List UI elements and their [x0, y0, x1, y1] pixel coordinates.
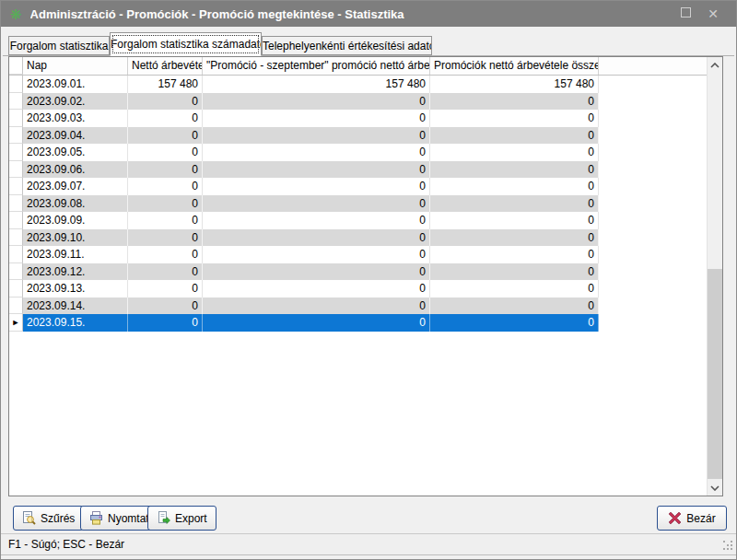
cell-netto-arbevetel: 0: [128, 195, 203, 213]
cell-date: 2023.09.04.: [23, 127, 128, 145]
row-gutter: [9, 229, 23, 247]
cell-netto-arbevetel: 0: [128, 246, 203, 263]
cell-promocio-netto-arbevetel: 0: [203, 93, 430, 111]
row-gutter: [9, 161, 23, 179]
cell-netto-arbevetel: 0: [128, 212, 203, 229]
cell-netto-arbevetel: 0: [128, 178, 203, 195]
statistics-grid: Nap Nettó árbevétel "Promóció - szeptemb…: [8, 56, 723, 496]
table-row[interactable]: 2023.09.12.000: [9, 263, 722, 281]
column-header-promociok-osszesen[interactable]: Promóciók nettó árbevétele összesen: [430, 57, 599, 75]
cell-promocio-netto-arbevetel: 0: [203, 314, 430, 332]
cell-date: 2023.09.06.: [23, 161, 128, 179]
cell-promocio-netto-arbevetel: 0: [203, 178, 430, 195]
cell-netto-arbevetel: 0: [128, 280, 203, 298]
cell-date: 2023.09.14.: [23, 298, 128, 315]
vertical-scrollbar[interactable]: [707, 57, 722, 496]
table-row[interactable]: 2023.09.04.000: [9, 127, 722, 145]
close-dialog-button[interactable]: Bezár: [657, 506, 727, 531]
table-row[interactable]: 2023.09.13.000: [9, 280, 722, 298]
cell-date: 2023.09.01.: [23, 76, 128, 93]
cell-date: 2023.09.11.: [23, 246, 128, 263]
cell-promocio-netto-arbevetel: 0: [203, 229, 430, 247]
table-row[interactable]: 2023.09.05.000: [9, 144, 722, 161]
cell-promociok-osszesen: 0: [430, 127, 599, 145]
row-gutter: [9, 263, 23, 281]
print-button-label: Nyomtat: [108, 512, 149, 525]
cell-promociok-osszesen: 0: [430, 229, 599, 247]
cell-promocio-netto-arbevetel: 0: [203, 280, 430, 298]
cell-promociok-osszesen: 0: [430, 280, 599, 298]
cell-promocio-netto-arbevetel: 0: [203, 127, 430, 145]
cell-date: 2023.09.09.: [23, 212, 128, 229]
app-window: ❋ Adminisztráció - Promóciók - Promóció …: [0, 0, 737, 560]
filter-search-icon: [22, 511, 36, 525]
row-gutter: [9, 280, 23, 298]
cell-date: 2023.09.03.: [23, 110, 128, 127]
column-header-netto-arbevetel[interactable]: Nettó árbevétel: [128, 57, 203, 75]
tab-forgalom-statisztika[interactable]: Forgalom statisztika: [8, 36, 110, 55]
export-button[interactable]: Export: [147, 506, 216, 531]
row-gutter: [9, 195, 23, 213]
table-row[interactable]: 2023.09.08.000: [9, 195, 722, 213]
cell-promociok-osszesen: 0: [430, 246, 599, 263]
filter-button[interactable]: Szűrés: [13, 506, 84, 531]
cell-promociok-osszesen: 0: [430, 263, 599, 281]
row-gutter: [9, 246, 23, 263]
table-row[interactable]: 2023.09.07.000: [9, 178, 722, 195]
table-row[interactable]: ►2023.09.15.000: [9, 314, 722, 332]
cell-promocio-netto-arbevetel: 0: [203, 212, 430, 229]
cell-netto-arbevetel: 0: [128, 93, 203, 111]
cell-date: 2023.09.13.: [23, 280, 128, 298]
row-gutter: [9, 178, 23, 195]
tab-telephelyenkenti-ertekesitesi-adatok[interactable]: Telephelyenkénti értékesítési adatok: [262, 36, 432, 55]
cell-promocio-netto-arbevetel: 0: [203, 298, 430, 315]
cell-promociok-osszesen: 0: [430, 298, 599, 315]
table-row[interactable]: 2023.09.10.000: [9, 229, 722, 247]
grid-body: 2023.09.01.157 480157 480157 4802023.09.…: [9, 76, 722, 332]
chevron-down-icon: [710, 485, 719, 491]
cell-promociok-osszesen: 0: [430, 195, 599, 213]
row-gutter: [9, 127, 23, 145]
cell-promocio-netto-arbevetel: 0: [203, 195, 430, 213]
cell-date: 2023.09.10.: [23, 229, 128, 247]
scroll-up-button[interactable]: [708, 57, 722, 73]
cell-date: 2023.09.07.: [23, 178, 128, 195]
table-row[interactable]: 2023.09.02.000: [9, 93, 722, 111]
table-row[interactable]: 2023.09.09.000: [9, 212, 722, 229]
resize-grip[interactable]: [723, 541, 733, 551]
cell-netto-arbevetel: 0: [128, 229, 203, 247]
cell-promociok-osszesen: 0: [430, 161, 599, 179]
row-gutter: [9, 298, 23, 315]
table-row[interactable]: 2023.09.06.000: [9, 161, 722, 179]
cell-date: 2023.09.05.: [23, 144, 128, 161]
window-title: Adminisztráció - Promóciók - Promóció me…: [30, 7, 672, 21]
filter-button-label: Szűrés: [41, 512, 75, 525]
table-row[interactable]: 2023.09.14.000: [9, 298, 722, 315]
scroll-down-button[interactable]: [708, 480, 722, 496]
cell-promociok-osszesen: 0: [430, 178, 599, 195]
cell-date: 2023.09.12.: [23, 263, 128, 281]
cell-netto-arbevetel: 0: [128, 314, 203, 332]
cell-promociok-osszesen: 0: [430, 110, 599, 127]
column-header-nap[interactable]: Nap: [23, 57, 128, 75]
cell-promociok-osszesen: 0: [430, 314, 599, 332]
maximize-icon: [681, 7, 691, 18]
table-row[interactable]: 2023.09.11.000: [9, 246, 722, 263]
tab-forgalom-statisztika-szamadatok[interactable]: Forgalom statisztika számadatok: [110, 32, 262, 56]
cell-promocio-netto-arbevetel: 0: [203, 110, 430, 127]
table-row[interactable]: 2023.09.01.157 480157 480157 480: [9, 76, 722, 93]
statusbar-hint-text: F1 - Súgó; ESC - Bezár: [8, 538, 124, 551]
chevron-up-icon: [710, 63, 719, 68]
export-button-label: Export: [175, 512, 207, 525]
red-x-icon: [668, 511, 682, 525]
cell-netto-arbevetel: 0: [128, 161, 203, 179]
table-row[interactable]: 2023.09.03.000: [9, 110, 722, 127]
column-header-promocio-netto-arbevetel[interactable]: "Promóció - szeptember" promóció nettó á…: [203, 57, 430, 75]
maximize-button[interactable]: [672, 7, 699, 20]
row-gutter: [9, 93, 23, 111]
cell-promociok-osszesen: 0: [430, 144, 599, 161]
scrollbar-thumb[interactable]: [708, 269, 722, 479]
printer-icon: [89, 511, 103, 525]
close-button[interactable]: ✕: [699, 6, 727, 21]
print-button[interactable]: Nyomtat: [80, 506, 158, 531]
